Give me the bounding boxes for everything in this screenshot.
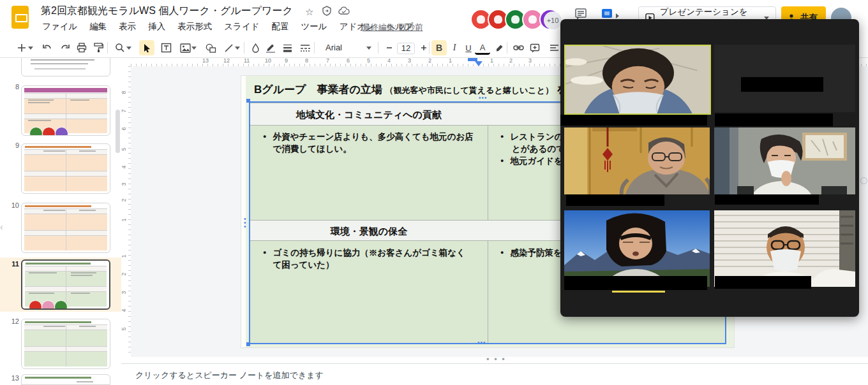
table-drag-handle-left[interactable]: •••: [244, 217, 248, 229]
table-header-cell[interactable]: 地域文化・コミュニティへの貢献: [250, 109, 488, 121]
text-box-button[interactable]: [158, 40, 174, 55]
menu-file[interactable]: ファイル: [42, 21, 77, 34]
move-folder-icon[interactable]: [322, 6, 332, 18]
slide-filmstrip: 8 9: [0, 57, 121, 385]
video-tile-4[interactable]: [714, 127, 855, 194]
print-button[interactable]: [74, 40, 89, 55]
slide-number: 9: [5, 142, 19, 149]
select-tool-button[interactable]: [139, 40, 154, 55]
redo-button[interactable]: [57, 40, 73, 55]
redacted-name-plate: [741, 77, 823, 92]
table-cell-bullet[interactable]: ● ゴミの持ち帰りに協力（※お客さんがゴミ箱なくて困っていた）: [263, 247, 474, 271]
add-comment-button[interactable]: [527, 40, 542, 55]
slide-number-selected: 11: [5, 260, 19, 268]
font-family-selector[interactable]: Arial: [326, 43, 342, 52]
shape-button[interactable]: [203, 40, 218, 55]
last-edit-status[interactable]: 最終編集: 数秒前: [363, 22, 423, 33]
slide-thumbnail-13[interactable]: [21, 374, 110, 385]
document-title[interactable]: 第2回京都観光モラルWS 個人ワーク・グループワーク: [41, 4, 293, 18]
slide-thumbnail-11[interactable]: [21, 259, 110, 310]
video-tile-3[interactable]: [564, 127, 710, 194]
fill-color-button[interactable]: [248, 40, 263, 55]
slides-logo-icon[interactable]: [11, 6, 29, 29]
participant-video: [714, 210, 855, 287]
video-tile-6[interactable]: [714, 210, 855, 287]
new-slide-caret[interactable]: [27, 40, 34, 55]
canvas-scroll-dot[interactable]: [860, 177, 867, 184]
insert-link-button[interactable]: [511, 40, 526, 55]
slide-thumbnail-partial[interactable]: [21, 56, 110, 76]
reaction-badge-green: [54, 300, 68, 310]
table-header-cell[interactable]: 環境・景観の保全: [250, 226, 488, 238]
participant-video: [564, 127, 710, 194]
menu-edit[interactable]: 編集: [89, 21, 107, 34]
slide-margin: [241, 76, 246, 347]
menu-slide[interactable]: スライド: [224, 21, 259, 34]
participant-video: [714, 127, 855, 194]
line-tool-caret[interactable]: [234, 40, 241, 55]
border-color-button[interactable]: [263, 40, 278, 55]
bold-button[interactable]: B: [431, 40, 447, 55]
border-dash-button[interactable]: [297, 40, 313, 55]
video-tile-1-active-speaker[interactable]: [564, 45, 711, 115]
redacted-name-bar: [715, 194, 819, 205]
reaction-badge-red: [29, 300, 42, 310]
star-icon[interactable]: ☆: [305, 6, 313, 18]
participant-video: [564, 210, 710, 287]
slide-thumbnail-8[interactable]: [21, 85, 110, 136]
font-family-caret[interactable]: [365, 40, 373, 55]
text-color-button[interactable]: A: [475, 41, 490, 55]
insert-image-caret[interactable]: [190, 40, 198, 55]
menu-tools[interactable]: ツール: [301, 21, 327, 34]
slide-number: 10: [5, 201, 19, 209]
border-weight-button[interactable]: [280, 40, 295, 55]
menu-arrange[interactable]: 配置: [272, 21, 289, 34]
highlight-underline: [612, 291, 665, 293]
table-cell-bullet[interactable]: ● 外資やチェーン店よりも、多少高くても地元のお店で消費してほしい。: [263, 131, 474, 155]
collaborator-overflow-badge[interactable]: +10: [544, 11, 562, 29]
slide-thumbnail-9[interactable]: [21, 143, 110, 194]
menu-bar: ファイル 編集 表示 挿入 表示形式 スライド 配置 ツール アドオン ヘルプ: [42, 21, 413, 34]
table-drag-handle[interactable]: •••: [479, 96, 488, 100]
participant-video: [565, 46, 710, 113]
reaction-badge-green: [29, 127, 43, 136]
redacted-name-bar: [715, 113, 833, 126]
menu-insert[interactable]: 挿入: [148, 21, 165, 34]
video-tile-5[interactable]: [564, 210, 710, 287]
filmstrip-edge-chevron[interactable]: ‹: [0, 222, 6, 235]
filmstrip-scrollbar[interactable]: [116, 110, 120, 153]
italic-button[interactable]: I: [447, 40, 462, 55]
speaker-notes-panel[interactable]: クリックするとスピーカー ノートを追加できます: [121, 364, 868, 385]
slide-number: 12: [5, 317, 19, 325]
google-slides-app: 第2回京都観光モラルWS 個人ワーク・グループワーク ☆ ファイル 編集 表示 …: [0, 0, 868, 385]
redacted-name-bar: [715, 276, 811, 289]
font-size-field[interactable]: 12: [397, 43, 415, 54]
highlight-color-button[interactable]: [491, 40, 507, 55]
paint-format-button[interactable]: [91, 40, 106, 55]
align-button[interactable]: [546, 40, 562, 55]
underline-button[interactable]: U: [461, 40, 476, 55]
undo-button[interactable]: [40, 40, 55, 55]
reaction-badge-red: [42, 127, 56, 136]
selection-handle[interactable]: [246, 342, 250, 346]
reaction-badge-purple: [55, 127, 68, 136]
slide-thumbnail-10[interactable]: [21, 203, 110, 253]
redacted-name-bar: [560, 115, 707, 126]
video-meeting-overlay[interactable]: [560, 19, 859, 317]
font-size-decrease[interactable]: [382, 40, 397, 55]
slide-number: 13: [5, 374, 19, 382]
zoom-caret[interactable]: [125, 40, 133, 55]
notes-divider-handle[interactable]: • • •: [486, 354, 506, 364]
redacted-name-bar: [566, 194, 664, 206]
indent-marker-triangle[interactable]: [475, 61, 483, 66]
menu-view[interactable]: 表示: [119, 21, 136, 34]
slide-number: 8: [5, 83, 19, 91]
speaker-notes-placeholder[interactable]: クリックするとスピーカー ノートを追加できます: [135, 370, 324, 381]
selection-handle[interactable]: [246, 99, 250, 103]
redacted-name-bar: [564, 276, 707, 290]
reaction-badge-pink: [41, 300, 55, 310]
slide-thumbnail-12[interactable]: [21, 319, 110, 369]
menu-format[interactable]: 表示形式: [177, 21, 212, 34]
table-drag-handle[interactable]: •••: [477, 341, 486, 345]
cloud-status-icon[interactable]: [338, 6, 350, 17]
